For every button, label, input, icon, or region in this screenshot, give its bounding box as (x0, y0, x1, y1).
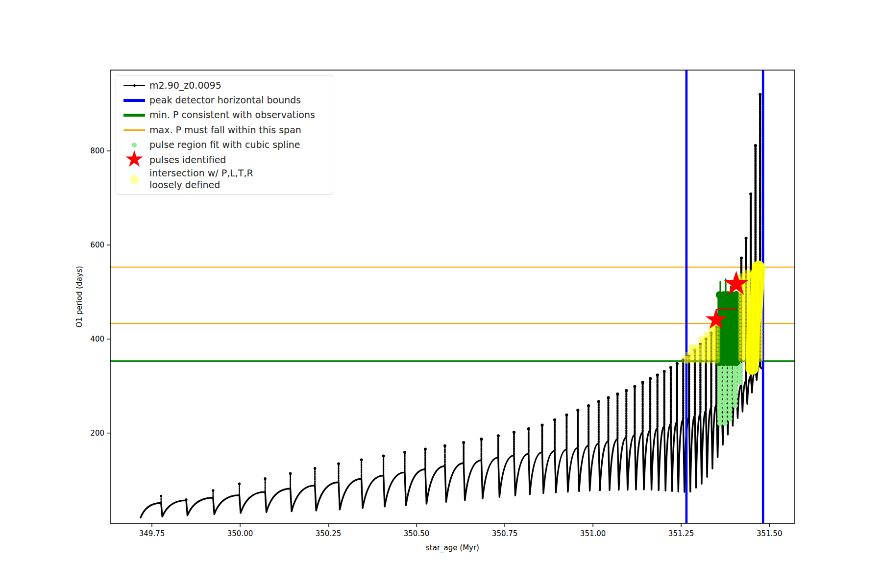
svg-text:350.50: 350.50 (404, 529, 430, 538)
x-axis-label: star_age (Myr) (426, 543, 479, 553)
svg-text:600: 600 (90, 241, 104, 249)
legend-entry-2: min. P consistent with observations (119, 108, 328, 122)
y-axis: 200400600800O1 period (days) (75, 147, 110, 438)
svg-text:350.00: 350.00 (227, 529, 253, 538)
svg-text:200: 200 (90, 429, 104, 438)
legend-entry-5: ★pulses identified (119, 153, 328, 167)
x-axis: 349.75350.00350.25350.50350.75351.00351.… (139, 523, 783, 553)
svg-text:351.25: 351.25 (668, 529, 694, 538)
svg-text:349.75: 349.75 (139, 529, 165, 538)
legend-entry-0: m2.90_z0.0095 (119, 78, 328, 93)
legend-marker-line-dot (119, 85, 149, 86)
svg-text:800: 800 (90, 147, 104, 155)
legend-marker-med-line (119, 129, 149, 131)
legend-marker-star: ★ (119, 153, 149, 167)
legend-box: m2.90_z0.0095peak detector horizontal bo… (116, 75, 333, 195)
svg-text:351.00: 351.00 (580, 529, 606, 538)
svg-text:350.25: 350.25 (316, 529, 342, 538)
y-axis-label: O1 period (days) (75, 266, 84, 328)
star-icon: ★ (124, 152, 144, 166)
legend-entry-4: pulse region fit with cubic spline (119, 138, 328, 152)
legend-label: intersection w/ P,L,T,R loosely defined (149, 168, 253, 191)
legend-marker-thick-line (119, 99, 149, 102)
legend-label: m2.90_z0.0095 (149, 80, 221, 92)
svg-text:350.75: 350.75 (492, 529, 518, 538)
legend-marker-big-dot (119, 175, 149, 184)
legend-label: pulse region fit with cubic spline (149, 139, 300, 151)
legend-marker-thick-line (119, 114, 149, 117)
legend-label: pulses identified (149, 154, 226, 166)
figure: 349.75350.00350.25350.50350.75351.00351.… (0, 0, 882, 588)
svg-text:400: 400 (90, 335, 104, 343)
svg-text:351.50: 351.50 (757, 529, 783, 538)
legend-label: min. P consistent with observations (149, 109, 315, 121)
legend-entry-1: peak detector horizontal bounds (119, 93, 328, 107)
legend-label: peak detector horizontal bounds (149, 95, 301, 106)
legend-label: max. P must fall within this span (149, 124, 301, 136)
legend-entry-6: intersection w/ P,L,T,R loosely defined (119, 168, 328, 191)
legend-entry-3: max. P must fall within this span (119, 123, 328, 137)
